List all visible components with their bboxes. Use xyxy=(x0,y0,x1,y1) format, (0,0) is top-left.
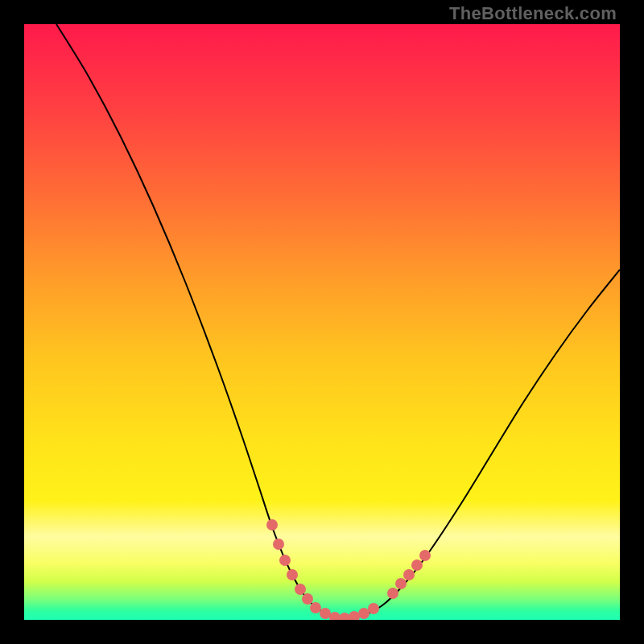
curve-marker xyxy=(411,559,423,571)
curve-marker xyxy=(403,569,415,580)
curve-marker xyxy=(395,578,407,589)
curve-marker xyxy=(302,593,313,605)
curve-marker xyxy=(295,584,306,595)
curve-marker xyxy=(320,608,331,619)
curve-marker xyxy=(387,588,398,599)
chart-frame xyxy=(24,24,620,620)
curve-marker xyxy=(266,519,278,530)
watermark-text: TheBottleneck.com xyxy=(449,3,617,24)
curve-marker xyxy=(419,550,431,561)
curve-marker xyxy=(273,539,284,550)
bottleneck-chart xyxy=(24,24,620,620)
curve-marker xyxy=(287,569,298,580)
chart-background xyxy=(24,24,620,620)
curve-marker xyxy=(279,555,291,566)
curve-marker xyxy=(358,608,369,619)
curve-marker xyxy=(368,603,379,614)
curve-marker xyxy=(310,602,321,613)
